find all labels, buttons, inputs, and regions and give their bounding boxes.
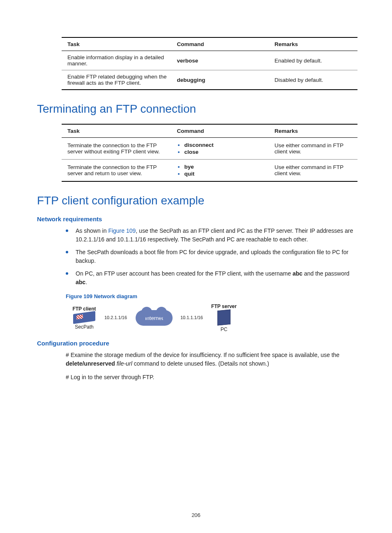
label-ftp-server: FTP server xyxy=(211,304,237,309)
username: abc xyxy=(293,270,302,277)
heading-ftp-client-example: FTP client configuration example xyxy=(37,194,355,207)
heading-configuration-procedure: Configuration procedure xyxy=(37,340,355,347)
list-item: On PC, an FTP user account has been crea… xyxy=(66,269,355,287)
label-pc: PC xyxy=(221,327,228,332)
list-item: The SecPath downloads a boot file from P… xyxy=(66,248,355,265)
cmd-disconnect: disconnect xyxy=(184,142,265,148)
th-command: Command xyxy=(171,37,269,51)
label-client-ip: 10.2.1.1/16 xyxy=(104,315,127,320)
arg-text: file-url xyxy=(117,360,132,367)
cell-command: verbose xyxy=(171,51,269,70)
cell-remarks: Use either command in FTP client view. xyxy=(269,160,357,182)
cell-task: Terminate the connection to the FTP serv… xyxy=(62,138,171,160)
text: On PC, an FTP user account has been crea… xyxy=(76,270,293,277)
table-terminate-ftp: Task Command Remarks Terminate the conne… xyxy=(62,124,357,182)
cloud-icon: Internet xyxy=(136,310,173,326)
label-ftp-client: FTP client xyxy=(72,306,96,312)
text: As shown in xyxy=(76,227,108,234)
cmd-close: close xyxy=(184,149,265,155)
th-task: Task xyxy=(62,124,171,138)
list-item: As shown in Figure 109, use the SecPath … xyxy=(66,227,355,244)
password: abc xyxy=(76,279,85,285)
label-internet: Internet xyxy=(145,315,163,321)
cmd-bye: bye xyxy=(184,164,265,170)
router-icon xyxy=(73,311,95,324)
cell-remarks: Use either command in FTP client view. xyxy=(269,138,357,160)
network-diagram: FTP client SecPath 10.2.1.1/16 Internet … xyxy=(66,304,242,332)
th-remarks: Remarks xyxy=(269,124,357,138)
paragraph: # Examine the storage medium of the devi… xyxy=(66,351,355,368)
heading-network-requirements: Network requirements xyxy=(37,216,355,222)
cell-task: Terminate the connection to the FTP serv… xyxy=(62,160,171,182)
cell-task: Enable FTP related debugging when the fi… xyxy=(62,70,171,90)
text: # Examine the storage medium of the devi… xyxy=(66,352,339,358)
cell-task: Enable information display in a detailed… xyxy=(62,51,171,70)
table-row: Enable information display in a detailed… xyxy=(62,51,357,70)
text: and the password xyxy=(302,270,349,277)
figure-caption: Figure 109 Network diagram xyxy=(66,293,355,299)
link-figure-109[interactable]: Figure 109 xyxy=(108,227,136,234)
table-row: Enable FTP related debugging when the fi… xyxy=(62,70,357,90)
label-server-ip: 10.1.1.1/16 xyxy=(180,315,203,320)
cell-command: bye quit xyxy=(171,160,269,182)
heading-terminating-ftp: Terminating an FTP connection xyxy=(37,102,355,116)
cmd-text: delete/unreserved xyxy=(66,360,115,367)
table-command-settings: Task Command Remarks Enable information … xyxy=(62,37,357,90)
cell-command: debugging xyxy=(171,70,269,90)
text: command to delete unused files. (Details… xyxy=(132,360,269,367)
th-command: Command xyxy=(171,124,269,138)
page-number: 206 xyxy=(0,512,392,518)
label-secpath: SecPath xyxy=(75,324,93,330)
cmd-quit: quit xyxy=(184,171,265,177)
cell-command: disconnect close xyxy=(171,138,269,160)
cell-remarks: Enabled by default. xyxy=(269,51,357,70)
text: . xyxy=(85,279,87,285)
table-row: Terminate the connection to the FTP serv… xyxy=(62,138,357,160)
server-icon xyxy=(217,310,231,326)
th-remarks: Remarks xyxy=(269,37,357,51)
bullet-list: As shown in Figure 109, use the SecPath … xyxy=(66,227,355,287)
paragraph: # Log in to the server through FTP. xyxy=(66,373,355,382)
cell-remarks: Disabled by default. xyxy=(269,70,357,90)
table-row: Terminate the connection to the FTP serv… xyxy=(62,160,357,182)
th-task: Task xyxy=(62,37,171,51)
